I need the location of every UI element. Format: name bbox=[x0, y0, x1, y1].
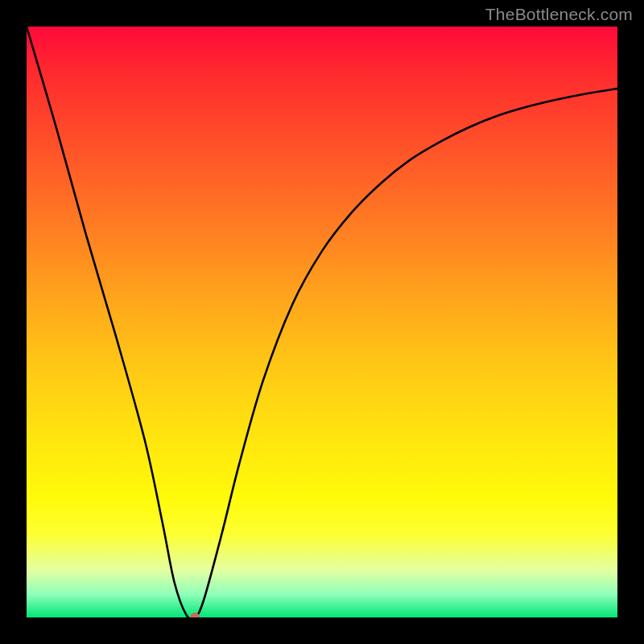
chart-frame: TheBottleneck.com bbox=[0, 0, 644, 644]
plot-background-gradient bbox=[27, 27, 617, 617]
watermark-text: TheBottleneck.com bbox=[485, 5, 633, 24]
